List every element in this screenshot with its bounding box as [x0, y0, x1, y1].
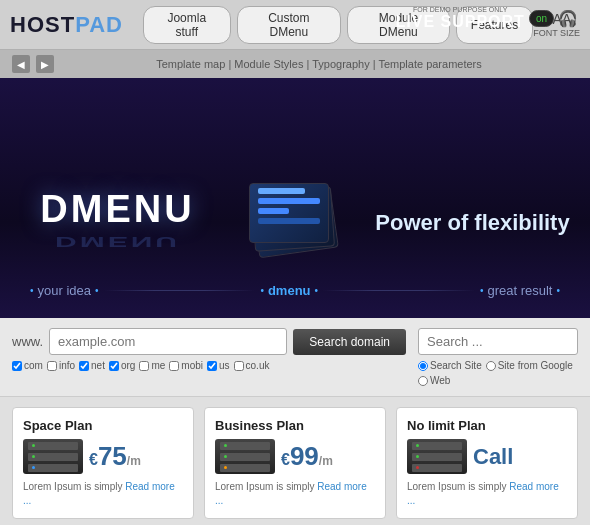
dot-line-2: [323, 290, 475, 291]
tld-us[interactable]: us: [207, 360, 230, 371]
dmenu-graphic: [235, 173, 355, 273]
nav-joomla-stuff[interactable]: Joomla stuff: [143, 6, 231, 44]
plan-space-currency: €: [89, 451, 98, 468]
plan-business-currency: €: [281, 451, 290, 468]
prev-arrow[interactable]: ◀: [12, 55, 30, 73]
sub-label-your-idea: your idea: [38, 283, 91, 298]
server-image-nolimit: [407, 439, 467, 474]
server-image-space: [23, 439, 83, 474]
plan-space-price: €75/m: [89, 441, 141, 472]
radio-google[interactable]: Site from Google: [486, 360, 573, 371]
sub-link-template-params[interactable]: Template parameters: [378, 58, 481, 70]
plan-business-desc: Lorem Ipsum is simply Read more ...: [215, 480, 375, 508]
sub-label-great-result: great result: [487, 283, 552, 298]
domain-input[interactable]: [49, 328, 287, 355]
dot-3: •: [260, 285, 264, 296]
tld-com[interactable]: com: [12, 360, 43, 371]
tld-info[interactable]: info: [47, 360, 75, 371]
server-unit-3: [28, 464, 78, 472]
server-unit-1: [28, 442, 78, 450]
live-support-badge: FOR DEMO PURPOSE ONLY LIVE SUPPORT on 🎧: [396, 6, 578, 31]
server-unit-n1: [412, 442, 462, 450]
plan-space-per: /m: [127, 454, 141, 468]
plan-space-title: Space Plan: [23, 418, 183, 433]
site-search-input[interactable]: [418, 328, 578, 355]
power-text: Power of flexibility: [355, 210, 590, 236]
dot-1: •: [30, 285, 34, 296]
sub-link-template-map[interactable]: Template map: [156, 58, 225, 70]
sub-label-dmenu: dmenu: [268, 283, 311, 298]
search-area: www. Search domain com info net org me m…: [0, 318, 590, 397]
plan-space-desc: Lorem Ipsum is simply Read more ...: [23, 480, 183, 508]
tld-org[interactable]: org: [109, 360, 135, 371]
domain-input-row: www. Search domain: [12, 328, 406, 355]
banner: DMENU DMENU Power of flexibility •: [0, 78, 590, 318]
card-front: [249, 183, 329, 243]
card-line-3: [258, 208, 289, 214]
dot-4: •: [315, 285, 319, 296]
dmenu-title: DMENU: [0, 188, 235, 231]
headphone-icon: 🎧: [558, 9, 578, 28]
dot-5: •: [480, 285, 484, 296]
card-line-2: [258, 198, 320, 204]
logo: HOSTPAD: [10, 12, 123, 38]
domain-search: www. Search domain com info net org me m…: [12, 328, 406, 371]
nav-custom-dmenu[interactable]: Custom DMenu: [237, 6, 342, 44]
dmenu-right: Power of flexibility: [355, 210, 590, 236]
plan-business-title: Business Plan: [215, 418, 375, 433]
server-unit-b1: [220, 442, 270, 450]
dot-6: •: [556, 285, 560, 296]
live-support-on-badge: on: [529, 10, 554, 27]
plan-business-amount: 99: [290, 441, 319, 471]
tld-couk[interactable]: co.uk: [234, 360, 270, 371]
plan-business-content: €99/m: [215, 439, 375, 474]
sub-labels: • your idea • • dmenu • • great result •: [0, 283, 590, 298]
server-image-business: [215, 439, 275, 474]
plan-nolimit-content: Call: [407, 439, 567, 474]
server-unit-n3: [412, 464, 462, 472]
tld-me[interactable]: me: [139, 360, 165, 371]
dot-line-1: [104, 290, 256, 291]
card-stack: [245, 183, 345, 263]
server-unit-n2: [412, 453, 462, 461]
dmenu-left: DMENU DMENU: [0, 188, 235, 259]
for-demo-label: FOR DEMO PURPOSE ONLY: [396, 6, 525, 13]
plan-business-per: /m: [319, 454, 333, 468]
plan-space: Space Plan €75/m Lorem Ipsum is simply R…: [12, 407, 194, 519]
sub-nav: ◀ ▶ Template map | Module Styles | Typog…: [0, 50, 590, 78]
server-unit-2: [28, 453, 78, 461]
search-domain-button[interactable]: Search domain: [293, 329, 406, 355]
plan-business: Business Plan €99/m Lorem Ipsum is simpl…: [204, 407, 386, 519]
server-unit-b2: [220, 453, 270, 461]
site-search: Search Site Site from Google Web: [418, 328, 578, 386]
radio-search-site[interactable]: Search Site: [418, 360, 482, 371]
sub-link-module-styles[interactable]: Module Styles: [234, 58, 303, 70]
plan-space-content: €75/m: [23, 439, 183, 474]
dmenu-reflection: DMENU: [0, 233, 235, 250]
www-label: www.: [12, 334, 43, 349]
plan-nolimit-price: Call: [473, 444, 513, 470]
plan-business-price: €99/m: [281, 441, 333, 472]
tld-mobi[interactable]: mobi: [169, 360, 203, 371]
tld-net[interactable]: net: [79, 360, 105, 371]
radio-web[interactable]: Web: [418, 375, 450, 386]
sub-link-typography[interactable]: Typography: [312, 58, 369, 70]
card-line-1: [258, 188, 305, 194]
plan-nolimit-desc: Lorem Ipsum is simply Read more ...: [407, 480, 567, 508]
plan-nolimit: No limit Plan Call Lorem Ipsum is simply…: [396, 407, 578, 519]
live-support-label: LIVE SUPPORT: [396, 13, 525, 30]
on-badge-text: on: [536, 13, 547, 24]
next-arrow[interactable]: ▶: [36, 55, 54, 73]
tld-checkboxes: com info net org me mobi us co.uk: [12, 360, 406, 371]
plans: Space Plan €75/m Lorem Ipsum is simply R…: [0, 397, 590, 525]
server-unit-b3: [220, 464, 270, 472]
search-radios: Search Site Site from Google Web: [418, 360, 578, 386]
plan-nolimit-title: No limit Plan: [407, 418, 567, 433]
plan-space-amount: 75: [98, 441, 127, 471]
dot-2: •: [95, 285, 99, 296]
